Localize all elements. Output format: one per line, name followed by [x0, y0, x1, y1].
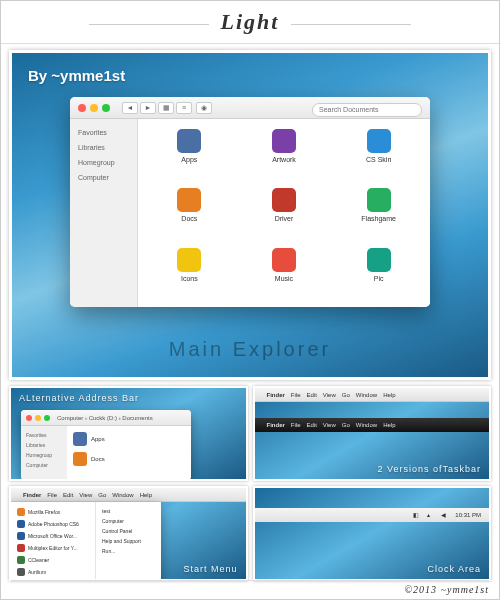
start-place-item[interactable]: test — [96, 506, 161, 516]
menu-item[interactable]: Go — [98, 492, 106, 498]
folder-icon — [177, 248, 201, 272]
folder-label: Pic — [374, 275, 384, 282]
folder-label: Driver — [275, 215, 294, 222]
menu-item[interactable]: Finder — [23, 492, 41, 498]
folder-item[interactable]: Docs — [144, 188, 235, 237]
menu-item[interactable]: Finder — [267, 422, 285, 428]
start-app-item[interactable]: Microsoft Office Wor... — [11, 530, 95, 542]
panel-caption: 2 Versions ofTaskbar — [377, 464, 481, 474]
tray-icon[interactable]: ◧ — [413, 511, 421, 519]
start-place-item[interactable]: Help and Support — [96, 536, 161, 546]
start-menu-apps: Mozilla FirefoxAdobe Photoshop CS6Micros… — [11, 502, 96, 581]
start-app-item[interactable]: Aurilium — [11, 566, 95, 578]
sidebar-item[interactable]: Libraries — [70, 140, 137, 155]
menubar-light: FinderFileEditViewGoWindowHelp — [255, 388, 490, 402]
sidebar-item[interactable]: Favorites — [70, 125, 137, 140]
start-menu-popup: Mozilla FirefoxAdobe Photoshop CS6Micros… — [11, 502, 161, 581]
sidebar-item[interactable]: Libraries — [21, 440, 67, 450]
folder-item[interactable]: Music — [239, 248, 330, 297]
start-place-item[interactable]: Control Panel — [96, 526, 161, 536]
view-button[interactable]: ▦ — [158, 102, 174, 114]
folder-icon — [367, 248, 391, 272]
start-place-item[interactable]: Computer — [96, 516, 161, 526]
folder-label: Artwork — [272, 156, 296, 163]
folder-icon — [177, 188, 201, 212]
menu-item[interactable]: View — [323, 392, 336, 398]
wifi-icon[interactable]: ▴ — [427, 511, 435, 519]
sidebar-item[interactable]: Favorites — [21, 430, 67, 440]
start-menu-places: testComputerControl PanelHelp and Suppor… — [96, 502, 161, 581]
start-place-item[interactable]: Run... — [96, 546, 161, 556]
minimize-icon[interactable] — [35, 415, 41, 421]
traffic-lights — [78, 104, 110, 112]
folder-item[interactable]: Pic — [333, 248, 424, 297]
folder-icon — [272, 188, 296, 212]
close-icon[interactable] — [26, 415, 32, 421]
menu-item[interactable]: Help — [383, 392, 395, 398]
menu-item[interactable]: Edit — [307, 422, 317, 428]
menu-item[interactable]: Help — [383, 422, 395, 428]
close-icon[interactable] — [78, 104, 86, 112]
mini-content: AppsDocs — [67, 426, 191, 480]
folder-item[interactable]: Artwork — [239, 129, 330, 178]
folder-item[interactable]: Icons — [144, 248, 235, 297]
folder-item[interactable]: Driver — [239, 188, 330, 237]
folder-label: Docs — [91, 456, 105, 462]
folder-label: Apps — [181, 156, 197, 163]
clock-bar: ◧ ▴ ◀ 10:31 PM — [255, 508, 490, 522]
folder-label: CS Skin — [366, 156, 391, 163]
clock-time[interactable]: 10:31 PM — [455, 512, 481, 518]
startmenu-showcase: FinderFileEditViewGoWindowHelp Mozilla F… — [9, 486, 248, 581]
menu-item[interactable]: Edit — [63, 492, 73, 498]
folder-item[interactable]: Apps — [144, 129, 235, 178]
clock-showcase: ◧ ▴ ◀ 10:31 PM Clock Area — [253, 486, 492, 581]
volume-icon[interactable]: ◀ — [441, 511, 449, 519]
folder-item[interactable]: Apps — [73, 432, 185, 446]
titlebar: ◄ ► ▦ ≡ ◉ — [70, 97, 430, 119]
sidebar-item[interactable]: Computer — [70, 170, 137, 185]
menu-item[interactable]: File — [47, 492, 57, 498]
minimize-icon[interactable] — [90, 104, 98, 112]
sidebar-item[interactable]: Computer — [21, 460, 67, 470]
menu-item[interactable]: Window — [112, 492, 133, 498]
search-input[interactable] — [312, 103, 422, 117]
menu-item[interactable]: Edit — [307, 392, 317, 398]
menu-item[interactable]: Finder — [267, 392, 285, 398]
folder-label: Docs — [181, 215, 197, 222]
sidebar-item[interactable]: Homegroup — [70, 155, 137, 170]
menu-item[interactable]: Help — [140, 492, 152, 498]
start-app-item[interactable]: CCleaner — [11, 554, 95, 566]
menu-item[interactable]: View — [79, 492, 92, 498]
folder-item[interactable]: Flashgame — [333, 188, 424, 237]
start-app-item[interactable]: Multiplex Editor for Y... — [11, 542, 95, 554]
menu-item[interactable]: File — [291, 392, 301, 398]
start-app-item[interactable]: Adobe Photoshop CS6 — [11, 518, 95, 530]
folder-icon — [73, 432, 87, 446]
folder-item[interactable]: Docs — [73, 452, 185, 466]
menu-item[interactable]: Go — [342, 392, 350, 398]
preview-button[interactable]: ◉ — [196, 102, 212, 114]
menu-item[interactable]: Window — [356, 392, 377, 398]
folder-item[interactable]: CS Skin — [333, 129, 424, 178]
maximize-icon[interactable] — [102, 104, 110, 112]
menu-item[interactable]: File — [291, 422, 301, 428]
app-icon — [17, 568, 25, 576]
sidebar-item[interactable]: Homegroup — [21, 450, 67, 460]
app-icon — [17, 520, 25, 528]
explorer-window: ◄ ► ▦ ≡ ◉ FavoritesLibrariesHomegroupCom… — [70, 97, 430, 307]
menu-item[interactable]: View — [323, 422, 336, 428]
forward-button[interactable]: ► — [140, 102, 156, 114]
list-button[interactable]: ≡ — [176, 102, 192, 114]
folder-label: Music — [275, 275, 293, 282]
title-band: Light — [1, 1, 499, 44]
back-button[interactable]: ◄ — [122, 102, 138, 114]
folder-icon — [367, 188, 391, 212]
folder-label: Apps — [91, 436, 105, 442]
main-explorer-showcase: By ~ymme1st ◄ ► ▦ ≡ ◉ — [9, 50, 491, 380]
breadcrumb[interactable]: Computer › Cuckk (D:) › Documents — [57, 415, 153, 421]
maximize-icon[interactable] — [44, 415, 50, 421]
footer-credit: ©2013 ~ymme1st — [11, 580, 489, 595]
menu-item[interactable]: Go — [342, 422, 350, 428]
menu-item[interactable]: Window — [356, 422, 377, 428]
start-app-item[interactable]: Mozilla Firefox — [11, 506, 95, 518]
